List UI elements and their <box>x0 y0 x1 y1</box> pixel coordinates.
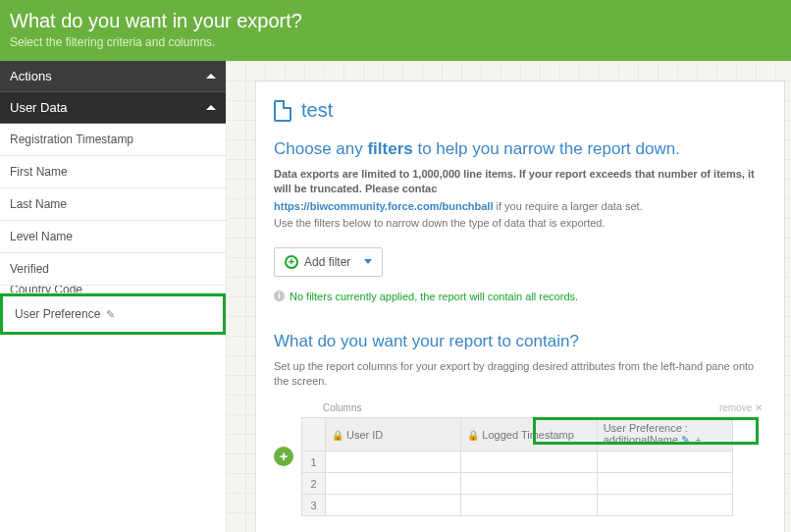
info-icon: i <box>274 291 285 301</box>
caret-up-icon <box>206 74 216 79</box>
sidebar-item-first-name[interactable]: First Name <box>0 156 226 188</box>
text: to help you narrow the report down. <box>413 139 680 158</box>
rownum: 1 <box>302 452 326 473</box>
sidebar-actions-label: Actions <box>10 69 52 83</box>
col-logged-ts[interactable]: 🔒Logged Timestamp <box>461 418 597 452</box>
sidebar-item-label: Last Name <box>10 197 67 211</box>
columns-bar: Columns remove ✕ <box>274 402 766 417</box>
remove-column-button[interactable]: remove ✕ <box>719 402 763 413</box>
add-filter-label: Add filter <box>304 255 350 269</box>
table-row: 2 <box>302 473 733 495</box>
columns-title: What do you want your report to contain? <box>274 332 766 351</box>
filters-use-text: Use the filters below to narrow down the… <box>274 216 766 231</box>
col-label: User ID <box>346 429 383 441</box>
rownum-header <box>302 418 326 452</box>
sidebar-item-last-name[interactable]: Last Name <box>0 188 226 221</box>
sidebar-item-registration-timestamp[interactable]: Registration Timestamp <box>0 124 226 156</box>
filters-status: i No filters currently applied, the repo… <box>274 291 766 302</box>
columns-grid-wrap: Columns remove ✕ + 🔒User ID 🔒Logged Time… <box>274 402 766 516</box>
columns-help: Set up the report columns for your expor… <box>274 359 766 390</box>
page-title: What do you want in your export? <box>10 10 781 32</box>
rownum: 3 <box>302 495 326 516</box>
page-header: What do you want in your export? Select … <box>0 0 791 61</box>
report-card: test Choose any filters to help you narr… <box>255 80 785 532</box>
text: if you require a larger data set. <box>493 200 642 212</box>
col-user-id[interactable]: 🔒User ID <box>326 418 461 452</box>
status-text: No filters currently applied, the report… <box>290 291 578 302</box>
filters-limit-text: Data exports are limited to 1,000,000 li… <box>274 167 766 197</box>
filters-title: Choose any filters to help you narrow th… <box>274 139 766 159</box>
col-label: Logged Timestamp <box>482 429 574 441</box>
pencil-icon[interactable]: ✎ <box>681 434 690 446</box>
sidebar-item-label: Registration Timestamp <box>10 133 133 146</box>
sidebar-item-label: Verified <box>10 262 49 276</box>
sidebar-item-label: First Name <box>10 165 68 179</box>
col-label: User Preference : additionalName <box>604 422 688 446</box>
sidebar-item-label: User Preference <box>15 307 100 321</box>
text: Choose any <box>274 139 367 158</box>
sidebar-item-label: Level Name <box>10 230 73 243</box>
sidebar-item-country-code[interactable]: Country Code <box>0 286 226 293</box>
sidebar-items: Registration Timestamp First Name Last N… <box>0 124 226 335</box>
text-bold: Data exports are limited to 1,000,000 li… <box>274 168 755 194</box>
lock-icon: 🔒 <box>332 430 343 441</box>
table-row: 3 <box>302 495 733 516</box>
sidebar: Actions User Data Registration Timestamp… <box>0 61 226 532</box>
community-link[interactable]: https://biwcommunity.force.com/bunchball <box>274 200 493 212</box>
add-column-button[interactable]: + <box>274 447 293 466</box>
report-title-row: test <box>274 99 766 122</box>
sidebar-item-user-preference[interactable]: User Preference ✎ <box>5 298 221 330</box>
filters-limit-link-row: https://biwcommunity.force.com/bunchball… <box>274 199 766 214</box>
columns-label: Columns <box>323 402 361 413</box>
sidebar-item-verified[interactable]: Verified <box>0 253 226 286</box>
sidebar-highlight: User Preference ✎ <box>0 293 226 335</box>
page-subtitle: Select the filtering criteria and column… <box>10 35 781 49</box>
report-table: 🔒User ID 🔒Logged Timestamp User Preferen… <box>301 417 733 516</box>
add-filter-button[interactable]: + Add filter <box>274 247 383 277</box>
rownum: 2 <box>302 473 326 495</box>
table-row: 1 <box>302 452 733 473</box>
text-bold: filters <box>367 139 412 158</box>
sidebar-item-level-name[interactable]: Level Name <box>0 221 226 253</box>
content-area: test Choose any filters to help you narr… <box>226 61 791 532</box>
sidebar-actions-panel[interactable]: Actions <box>0 61 226 92</box>
sidebar-userdata-panel[interactable]: User Data <box>0 92 226 124</box>
plus-icon[interactable]: + <box>695 434 701 446</box>
lock-icon: 🔒 <box>467 430 479 441</box>
col-user-preference[interactable]: User Preference : additionalName ✎ + <box>597 418 732 452</box>
file-icon <box>274 100 291 122</box>
pencil-icon[interactable]: ✎ <box>106 308 115 321</box>
sidebar-item-label: Country Code <box>10 286 82 293</box>
caret-up-icon <box>206 105 216 110</box>
plus-circle-icon: + <box>285 255 298 269</box>
caret-down-icon <box>364 259 372 264</box>
report-name: test <box>301 99 333 122</box>
sidebar-userdata-label: User Data <box>10 100 68 115</box>
